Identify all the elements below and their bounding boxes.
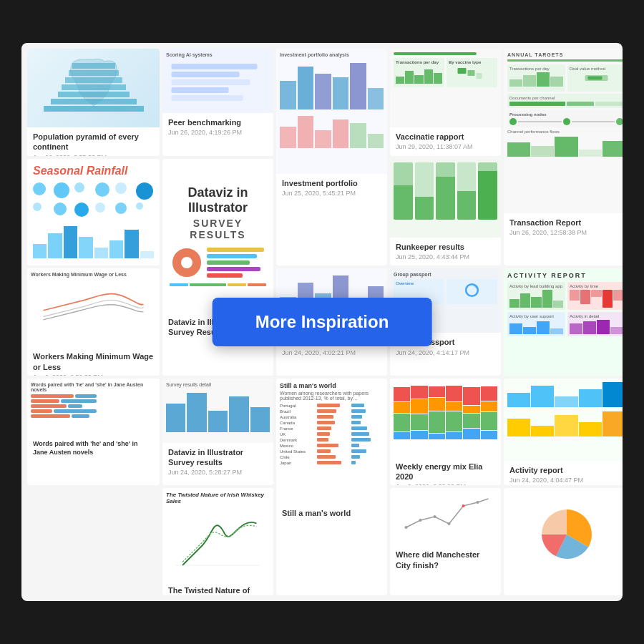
svg-rect-15 [477, 73, 482, 79]
card-title-peer: Peer benchmarking [168, 117, 268, 127]
card-title-investment: Investment portfolio [282, 178, 381, 188]
card-date-group: Jun 24, 2020, 4:14:17 PM [396, 349, 495, 356]
svg-rect-13 [458, 68, 467, 74]
card-title-whiskey: The Twisted Nature of Irish Whiskey Sale… [168, 585, 268, 595]
card-info-runkeeper: Runkeeper results Jun 25, 2020, 4:43:44 … [390, 238, 501, 265]
card-date-vaccination: Jun 29, 2020, 11:38:07 AM [396, 143, 495, 150]
card-title-runkeeper: Runkeeper results [396, 242, 495, 252]
svg-rect-14 [468, 70, 475, 76]
dataviz-sub-title: SURVEY RESULTS [170, 218, 266, 240]
card-info-dataviz2: Dataviz in Illustrator Survey results Ju… [162, 443, 273, 481]
card-seasonal-rainfall[interactable]: Seasonal Rainfall [27, 159, 160, 266]
thumb-whiskey: The Twisted Nature of Irish Whiskey Sale… [162, 488, 273, 581]
svg-point-22 [477, 501, 479, 504]
dataviz-charts [172, 248, 264, 278]
card-title-manchester: Where did Manchester City finish? [396, 550, 495, 570]
card-population-pyramid[interactable]: Population pyramid of every continent Ju… [27, 49, 160, 156]
card-title-words: Words paired with 'he' and 'she' in Jane… [33, 440, 154, 457]
thumb-manchester [390, 488, 501, 545]
thumb-pie [504, 488, 623, 581]
svg-rect-8 [172, 72, 240, 77]
thumb-dataviz: Dataviz in Illustrator SURVEY RESULTS [162, 159, 273, 313]
card-date-investment: Jun 25, 2020, 5:45:21 PM [282, 190, 381, 197]
seasonal-title: Seasonal Rainfall [33, 165, 154, 177]
svg-point-20 [448, 522, 451, 525]
thumb-investment: Investment portfolio analysis [276, 49, 387, 174]
card-info-population: Population pyramid of every continent Ju… [27, 127, 160, 156]
card-info-whiskey: The Twisted Nature of Irish Whiskey Sale… [162, 581, 273, 595]
card-title-still: Still a man's world [282, 508, 381, 518]
card-title-transaction: Transaction Report [509, 218, 623, 228]
card-info-still: Still a man's world [276, 504, 387, 522]
more-inspiration-button[interactable]: More Inspiration [213, 298, 432, 346]
svg-rect-7 [172, 64, 258, 69]
card-vaccination[interactable]: Transactions per day By vaccine type [390, 49, 501, 156]
bubble-grid [33, 182, 154, 217]
card-title-dataviz2: Dataviz in Illustrator Survey results [168, 447, 268, 468]
card-manchester[interactable]: Where did Manchester City finish? [390, 488, 501, 595]
words-label: Words paired with 'he' and 'she' in Jane… [31, 382, 156, 392]
card-date-peer: Jun 26, 2020, 4:19:26 PM [168, 129, 268, 136]
card-date-workers: Jun 9, 2020, 6:59:39 PM [33, 374, 154, 376]
card-date-weekly: Jun 9, 2020, 6:38:20 PM [396, 483, 495, 485]
thumb-activity: ACTIVITY REPORT Activity by lead buildin… [504, 268, 623, 376]
card-info-weekly: Weekly energy mix Elia 2020 Jun 9, 2020,… [390, 457, 501, 486]
thumb-still: Still a man's world Women among research… [276, 379, 387, 504]
card-title-vaccination: Vaccinatie rapport [396, 132, 495, 142]
thumb-transaction: ANNUAL TARGETS Transactions per day Dea [504, 49, 623, 213]
card-activity2[interactable]: Activity report Jun 24, 2020, 4:04:47 PM [504, 379, 623, 486]
thumb-weekly [390, 379, 501, 457]
thumb-runkeeper [390, 159, 501, 238]
card-date-dataviz2: Jun 24, 2020, 5:28:27 PM [168, 469, 268, 476]
svg-rect-6 [44, 106, 144, 112]
svg-point-17 [405, 526, 408, 529]
svg-rect-11 [172, 95, 243, 101]
card-investment[interactable]: Investment portfolio analysis [276, 49, 387, 265]
card-date-asset: Jun 24, 2020, 4:02:21 PM [282, 349, 381, 356]
card-date-activity2: Jun 24, 2020, 4:04:47 PM [509, 477, 623, 484]
card-date-transaction: Jun 26, 2020, 12:58:38 PM [509, 229, 623, 236]
card-info-investment: Investment portfolio Jun 25, 2020, 5:45:… [276, 174, 387, 201]
card-info-activity2: Activity report Jun 24, 2020, 4:04:47 PM [504, 461, 623, 486]
card-pie[interactable] [504, 488, 623, 595]
card-dataviz-results[interactable]: Survey results detail Dataviz in Illustr… [162, 379, 273, 486]
svg-rect-9 [172, 79, 250, 85]
dataviz-bottom [170, 283, 266, 286]
thumb-dataviz2: Survey results detail [162, 379, 273, 443]
svg-rect-24 [588, 77, 602, 80]
card-info-words: Words paired with 'he' and 'she' in Jane… [27, 436, 160, 461]
card-peer-benchmarking[interactable]: Scoring AI systems Peer benchmarking Jun… [162, 49, 273, 156]
words-bars [31, 394, 156, 418]
card-words-austen[interactable]: Words paired with 'he' and 'she' in Jane… [27, 379, 160, 486]
card-still[interactable]: Still a man's world Women among research… [276, 379, 387, 595]
card-info-manchester: Where did Manchester City finish? [390, 545, 501, 575]
thumb-activity2 [504, 379, 623, 461]
thumb-vaccination: Transactions per day By vaccine type [390, 49, 501, 127]
svg-rect-10 [172, 87, 229, 93]
dataviz-main-title: Dataviz in Illustrator [170, 185, 266, 216]
card-workers[interactable]: Workers Making Minimum Wage or Less Work… [27, 268, 160, 376]
thumb-population [27, 49, 160, 127]
card-info-peer: Peer benchmarking Jun 26, 2020, 4:19:26 … [162, 113, 273, 140]
card-title-population: Population pyramid of every continent [33, 132, 154, 152]
thumb-peer: Scoring AI systems [162, 49, 273, 113]
card-info-workers: Workers Making Minimum Wage or Less Jun … [27, 347, 160, 376]
card-title-weekly: Weekly energy mix Elia 2020 [396, 462, 495, 482]
card-info-transaction: Transaction Report Jun 26, 2020, 12:58:3… [504, 213, 623, 240]
card-activity[interactable]: ACTIVITY REPORT Activity by lead buildin… [504, 268, 623, 376]
card-weekly[interactable]: Weekly energy mix Elia 2020 Jun 9, 2020,… [390, 379, 501, 486]
main-container: Population pyramid of every continent Ju… [21, 43, 623, 601]
thumb-workers: Workers Making Minimum Wage or Less [27, 268, 160, 347]
thumb-words: Words paired with 'he' and 'she' in Jane… [27, 379, 160, 436]
workers-label: Workers Making Minimum Wage or Less [31, 272, 156, 277]
card-date-population: Jun 26, 2020, 2:55:28 PM [33, 154, 154, 156]
card-title-workers: Workers Making Minimum Wage or Less [33, 351, 154, 372]
svg-point-18 [419, 519, 422, 522]
thumb-seasonal: Seasonal Rainfall [27, 159, 160, 266]
rainfall-bars [33, 223, 154, 258]
svg-point-21 [462, 504, 465, 507]
card-whiskey[interactable]: The Twisted Nature of Irish Whiskey Sale… [162, 488, 273, 595]
card-transaction[interactable]: ANNUAL TARGETS Transactions per day Dea [504, 49, 623, 265]
card-title-activity2: Activity report [509, 465, 623, 475]
card-runkeeper[interactable]: Runkeeper results Jun 25, 2020, 4:43:44 … [390, 159, 501, 266]
